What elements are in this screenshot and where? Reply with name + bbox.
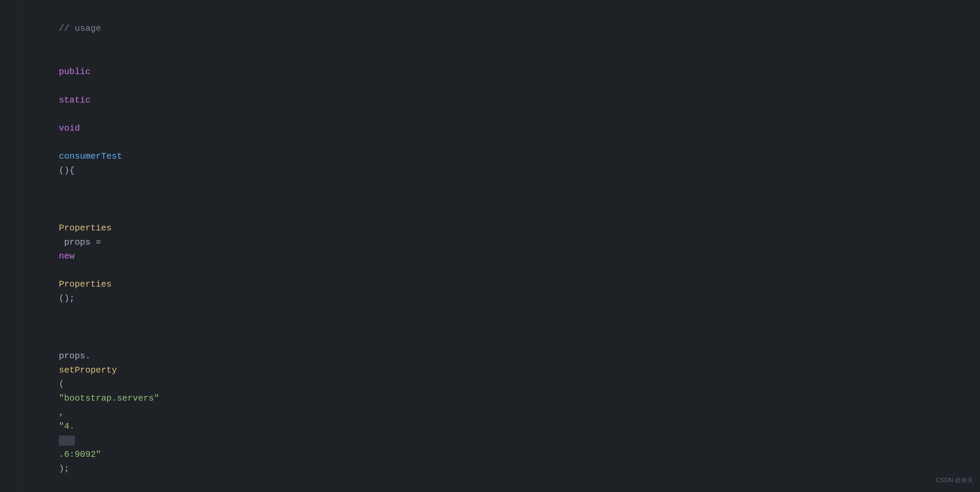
kw-void: void <box>59 123 80 133</box>
kw-static: static <box>59 95 91 105</box>
kw-public: public <box>59 67 91 77</box>
fn-setProperty1: setProperty <box>59 365 117 375</box>
line-content-props-decl: Properties props = new Properties (); <box>20 193 980 320</box>
code-line-method-sig: public static void consumerTest (){ <box>0 51 980 192</box>
str-bootstrap-val: "4. <box>59 421 75 432</box>
comment-usage: // usage <box>59 23 101 33</box>
code-line-group-id: props. setProperty ( "group.id" , "test"… <box>0 490 980 492</box>
line-content-method: public static void consumerTest (){ <box>20 51 980 192</box>
code-line-props-decl: Properties props = new Properties (); <box>0 192 980 321</box>
fn-consumerTest: consumerTest <box>59 151 122 162</box>
code-line-usage: // usage <box>0 7 980 51</box>
redacted-ip <box>59 435 75 446</box>
line-content-bootstrap: props. setProperty ( "bootstrap.servers"… <box>20 321 980 490</box>
code-editor: // usage public static void consumerTest… <box>0 0 980 492</box>
line-content-usage: // usage <box>20 8 980 50</box>
code-line-bootstrap: props. setProperty ( "bootstrap.servers"… <box>0 321 980 490</box>
kw-new1: new <box>59 251 75 261</box>
type-properties: Properties <box>59 223 112 233</box>
str-bootstrap-key: "bootstrap.servers" <box>59 393 159 403</box>
str-bootstrap-port: .6:9092" <box>59 449 101 460</box>
type-properties2: Properties <box>59 279 112 289</box>
csdn-watermark: CSDN @余夫 <box>936 475 973 485</box>
